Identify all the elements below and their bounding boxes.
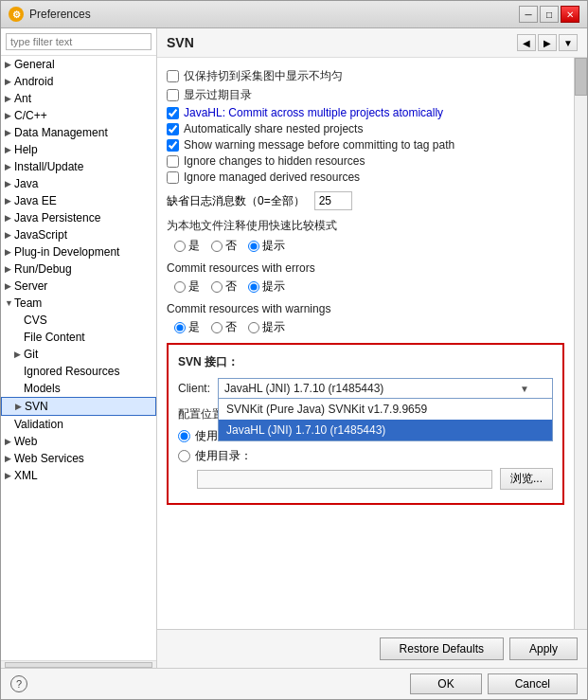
sidebar-item-cpp[interactable]: ▶ C/C++ [1, 107, 156, 124]
main-panel: SVN ◀ ▶ ▼ 仅保持切到采集图中显示不均匀 显示过期目录 [157, 28, 587, 668]
sidebar-item-label: Team [14, 296, 42, 310]
sidebar-item-team[interactable]: ▼ Team [1, 295, 156, 312]
errors-no-label: 否 [225, 278, 237, 295]
ok-button[interactable]: OK [410, 673, 481, 694]
compare-yes-label: 是 [188, 238, 200, 254]
warnings-radio-prompt-input[interactable] [248, 322, 259, 333]
checkbox-7[interactable] [167, 171, 179, 184]
checkbox-1[interactable] [167, 70, 179, 82]
help-icon[interactable]: ? [10, 675, 27, 692]
sidebar-item-xml[interactable]: ▶ XML [1, 467, 156, 484]
sidebar-scrollbar[interactable] [1, 660, 156, 668]
sidebar-item-run-debug[interactable]: ▶ Run/Debug [1, 260, 156, 278]
commit-warnings-radio-group: 是 否 提示 [174, 319, 564, 335]
apply-button[interactable]: Apply [509, 637, 578, 660]
arrow-icon: ▶ [5, 145, 14, 154]
compare-radio-yes-input[interactable] [174, 241, 186, 252]
nav-dropdown-button[interactable]: ▼ [559, 34, 578, 51]
checkbox-4[interactable] [167, 123, 179, 135]
sidebar-item-label: Help [14, 143, 38, 156]
checkbox-label-1: 仅保持切到采集图中显示不均匀 [184, 68, 343, 84]
sidebar-item-models[interactable]: Models [1, 380, 156, 397]
arrow-icon: ▶ [5, 264, 14, 274]
sidebar-item-cvs[interactable]: CVS [1, 312, 156, 329]
nav-forward-button[interactable]: ▶ [538, 34, 557, 51]
maximize-button[interactable]: □ [540, 6, 559, 23]
sidebar-item-validation[interactable]: Validation [1, 416, 156, 433]
h-scrollbar-track[interactable] [5, 662, 152, 668]
errors-yes-label: 是 [188, 278, 200, 295]
content-area: ▶ General ▶ Android ▶ Ant ▶ C/C++ ▶ Da [1, 28, 587, 668]
checkbox-5[interactable] [167, 139, 179, 152]
errors-radio-no-input[interactable] [211, 281, 223, 293]
warnings-radio-yes-input[interactable] [174, 322, 186, 333]
sidebar-item-java-persistence[interactable]: ▶ Java Persistence [1, 209, 156, 226]
config-radio-default[interactable] [178, 430, 190, 442]
dropdown-item-svnkit[interactable]: SVNKit (Pure Java) SVNKit v1.7.9.9659 [219, 399, 552, 420]
sidebar-item-file-content[interactable]: File Content [1, 329, 156, 346]
arrow-icon: ▶ [5, 471, 14, 480]
restore-defaults-button[interactable]: Restore Defaults [380, 637, 504, 660]
sidebar-item-ant[interactable]: ▶ Ant [1, 90, 156, 107]
config-radio-custom[interactable] [178, 450, 190, 462]
checkbox-2[interactable] [167, 89, 179, 101]
checkbox-3[interactable] [167, 107, 179, 119]
sidebar-item-java-ee[interactable]: ▶ Java EE [1, 192, 156, 209]
scroll-thumb[interactable] [575, 58, 587, 96]
commit-errors-radio-group: 是 否 提示 [174, 278, 564, 295]
sidebar-item-help[interactable]: ▶ Help [1, 141, 156, 158]
sidebar-item-plugin-development[interactable]: ▶ Plug-in Development [1, 243, 156, 260]
checkbox-row-7: Ignore managed derived resources [167, 171, 564, 184]
bottom-bar: ? OK Cancel [1, 668, 587, 699]
arrow-icon: ▶ [5, 281, 14, 291]
filter-input[interactable] [6, 33, 151, 50]
sidebar-item-label: Run/Debug [14, 262, 72, 276]
sidebar-item-java[interactable]: ▶ Java [1, 175, 156, 192]
preferences-dialog: ⚙ Preferences ─ □ ✕ ▶ General ▶ And [0, 0, 588, 700]
browse-input[interactable] [197, 470, 492, 489]
config-custom-label: 使用目录： [195, 448, 252, 464]
sidebar-item-label: C/C++ [14, 109, 47, 122]
titlebar-left: ⚙ Preferences [9, 7, 91, 22]
compare-radio-prompt-input[interactable] [248, 241, 259, 252]
sidebar-item-javascript[interactable]: ▶ JavaScript [1, 226, 156, 243]
sidebar-item-svn[interactable]: ▶ SVN [1, 397, 156, 416]
compare-radio-no: 否 [211, 238, 237, 254]
sidebar-item-server[interactable]: ▶ Server [1, 278, 156, 295]
main-scrollbar[interactable] [574, 58, 587, 629]
compare-mode-radio-group: 是 否 提示 [174, 238, 564, 254]
close-button[interactable]: ✕ [561, 6, 579, 23]
checkbox-6[interactable] [167, 155, 179, 168]
errors-radio-prompt-input[interactable] [248, 281, 259, 293]
nav-buttons: ◀ ▶ ▼ [517, 34, 578, 51]
errors-radio-yes-input[interactable] [174, 281, 186, 293]
arrow-icon: ▶ [5, 128, 14, 137]
cancel-button[interactable]: Cancel [488, 673, 578, 694]
sidebar-item-web-services[interactable]: ▶ Web Services [1, 450, 156, 467]
checkbox-label-3: JavaHL: Commit across multiple projects … [184, 106, 443, 119]
sidebar-item-ignored-resources[interactable]: Ignored Resources [1, 363, 156, 380]
log-count-row: 缺省日志消息数（0=全部） [167, 191, 564, 210]
sidebar-item-label: File Content [24, 331, 85, 344]
log-count-input[interactable] [314, 191, 352, 210]
browse-button[interactable]: 浏览... [500, 468, 553, 490]
nav-back-button[interactable]: ◀ [517, 34, 536, 51]
client-select-display[interactable]: JavaHL (JNI) 1.7.10 (r1485443) ▼ [218, 378, 553, 399]
sidebar-item-data-management[interactable]: ▶ Data Management [1, 124, 156, 141]
sidebar-item-android[interactable]: ▶ Android [1, 73, 156, 90]
dropdown-item-javaHL[interactable]: JavaHL (JNI) 1.7.10 (r1485443) [219, 420, 552, 440]
sidebar-item-git[interactable]: ▶ Git [1, 346, 156, 363]
arrow-icon: ▶ [5, 77, 14, 86]
sidebar-item-web[interactable]: ▶ Web [1, 433, 156, 450]
checkbox-row-1: 仅保持切到采集图中显示不均匀 [167, 68, 564, 84]
sidebar-item-install-update[interactable]: ▶ Install/Update [1, 158, 156, 175]
compare-prompt-label: 提示 [262, 238, 285, 254]
compare-radio-no-input[interactable] [211, 241, 223, 252]
minimize-button[interactable]: ─ [519, 6, 538, 23]
checkbox-row-3: JavaHL: Commit across multiple projects … [167, 106, 564, 119]
sidebar-item-label: Models [24, 382, 61, 395]
sidebar-item-general[interactable]: ▶ General [1, 56, 156, 73]
warnings-radio-no-input[interactable] [211, 322, 223, 333]
checkbox-label-5: Show warning message before committing t… [184, 138, 454, 152]
checkbox-label-7: Ignore managed derived resources [184, 171, 360, 184]
